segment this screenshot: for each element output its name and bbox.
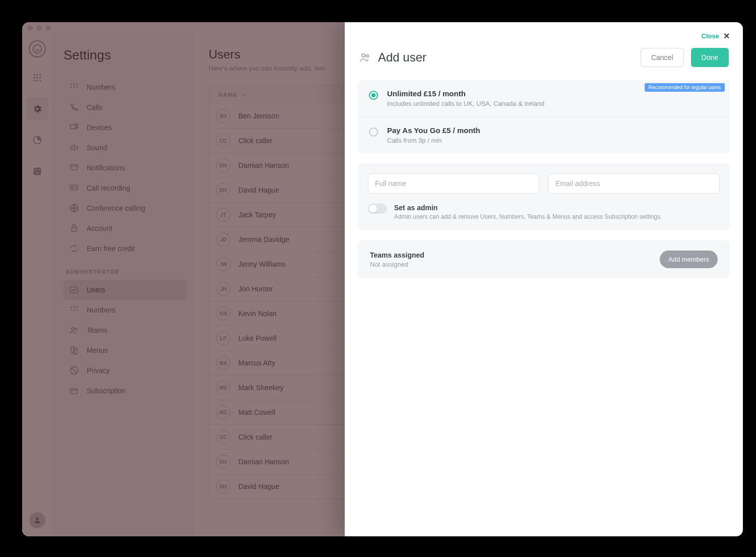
user-initials-badge: BJ <box>216 109 230 123</box>
user-name: Jack Tarpey <box>238 211 276 219</box>
svg-point-33 <box>74 310 75 311</box>
user-name: Jon Hunter <box>238 285 273 293</box>
svg-point-19 <box>74 87 75 88</box>
settings-item-icon <box>69 203 80 214</box>
svg-rect-10 <box>33 168 41 175</box>
svg-point-13 <box>36 172 38 174</box>
svg-point-11 <box>35 169 36 170</box>
settings-item[interactable]: Calls <box>64 97 186 117</box>
close-icon: ✕ <box>723 31 730 41</box>
settings-admin-item[interactable]: Users <box>64 280 186 300</box>
settings-item-icon <box>69 243 80 254</box>
settings-item[interactable]: Sound <box>64 138 186 158</box>
teams-card: Teams assigned Not assigned Add members <box>358 240 730 278</box>
settings-item-label: Menus <box>87 346 108 354</box>
settings-item[interactable]: Account <box>64 218 186 238</box>
settings-item-icon <box>69 304 80 316</box>
settings-admin-item[interactable]: Menus <box>64 340 186 360</box>
radio-selected-icon <box>369 91 378 100</box>
user-initials-badge: JH <box>216 282 230 296</box>
svg-point-17 <box>77 84 78 85</box>
user-name: Jemma Davidge <box>238 235 289 243</box>
svg-point-40 <box>362 54 365 57</box>
settings-item[interactable]: Call recording <box>64 178 186 198</box>
user-initials-badge: CC <box>216 430 230 444</box>
column-name-header: NAME <box>218 92 237 98</box>
recommended-badge: Recommended for regular users <box>645 83 725 92</box>
svg-point-5 <box>36 77 38 78</box>
settings-admin-item[interactable]: Teams <box>64 320 186 340</box>
settings-item-label: Privacy <box>87 366 110 375</box>
plan-desc: Calls from 3p / min <box>387 137 480 144</box>
rail-profile-avatar[interactable] <box>29 512 45 528</box>
user-initials-badge: MC <box>216 405 230 419</box>
user-form-card: Set as admin Admin users can add & remov… <box>358 163 730 230</box>
settings-item[interactable]: Conference calling <box>64 198 186 218</box>
settings-admin-item[interactable]: Subscription <box>64 381 186 401</box>
settings-item-icon <box>69 345 80 356</box>
svg-point-16 <box>74 84 75 85</box>
settings-admin-item[interactable]: Numbers <box>64 300 186 320</box>
plan-title: Unlimited £15 / month <box>387 89 544 98</box>
user-initials-badge: CC <box>216 134 230 148</box>
settings-item[interactable]: Notifications <box>64 158 186 178</box>
panel-title: Add user <box>378 50 426 65</box>
user-name: Jenny Williams <box>238 260 285 268</box>
nav-rail <box>22 33 52 536</box>
settings-item-icon <box>69 122 80 133</box>
cancel-button[interactable]: Cancel <box>641 48 684 67</box>
svg-point-41 <box>366 55 369 57</box>
svg-rect-27 <box>72 227 77 231</box>
svg-point-4 <box>33 77 35 78</box>
user-initials-badge: DH <box>216 158 230 172</box>
settings-item-label: Devices <box>87 123 112 132</box>
fullname-input[interactable] <box>368 173 539 194</box>
settings-item-icon <box>69 325 80 336</box>
settings-item[interactable]: Earn free credit <box>64 238 186 259</box>
traffic-dot[interactable] <box>36 25 42 31</box>
user-name: David Hague <box>238 186 279 194</box>
user-initials-badge: JW <box>216 257 230 271</box>
add-members-button[interactable]: Add members <box>660 251 718 268</box>
rail-settings-icon[interactable] <box>26 98 48 120</box>
settings-item[interactable]: Devices <box>64 117 186 138</box>
email-input[interactable] <box>548 173 720 194</box>
svg-point-32 <box>71 310 72 311</box>
svg-point-12 <box>38 169 40 170</box>
settings-item-label: Calls <box>87 103 102 111</box>
settings-admin-item[interactable]: Privacy <box>64 360 186 381</box>
user-name: Click caller <box>238 433 273 441</box>
done-button[interactable]: Done <box>691 48 729 67</box>
settings-item-icon <box>69 385 80 396</box>
svg-point-25 <box>72 187 73 189</box>
plan-option-payg[interactable]: Pay As You Go £5 / month Calls from 3p /… <box>358 116 730 153</box>
app-logo <box>29 40 46 57</box>
user-initials-badge: DH <box>216 183 230 197</box>
user-name: Luke Powell <box>238 334 277 342</box>
close-button[interactable]: Close ✕ <box>358 31 730 41</box>
admin-toggle-label: Set as admin <box>394 204 662 212</box>
svg-point-9 <box>39 80 41 81</box>
settings-item-icon <box>69 182 80 194</box>
traffic-dot[interactable] <box>27 25 33 31</box>
rail-dice-icon[interactable] <box>26 160 48 182</box>
svg-point-0 <box>33 45 41 53</box>
settings-item-label: Notifications <box>87 164 125 172</box>
admin-toggle[interactable] <box>368 204 387 214</box>
settings-item-label: Account <box>87 224 112 232</box>
user-initials-badge: JD <box>216 232 230 246</box>
user-name: Damian Hanson <box>238 458 289 466</box>
rail-analytics-icon[interactable] <box>26 129 48 151</box>
svg-point-1 <box>33 74 35 76</box>
traffic-dot[interactable] <box>45 25 51 31</box>
rail-dialpad-icon[interactable] <box>26 67 48 89</box>
add-user-panel: Close ✕ Add user Cancel Done Recommended… <box>345 22 743 536</box>
settings-item-label: Subscription <box>87 387 125 395</box>
user-name: Marcus Atty <box>238 359 275 367</box>
svg-point-35 <box>72 327 74 330</box>
svg-point-7 <box>33 80 35 81</box>
user-initials-badge: JT <box>216 208 230 222</box>
settings-item[interactable]: Numbers <box>64 77 186 97</box>
user-name: Mark Sheekey <box>238 384 283 392</box>
svg-point-15 <box>71 84 72 85</box>
